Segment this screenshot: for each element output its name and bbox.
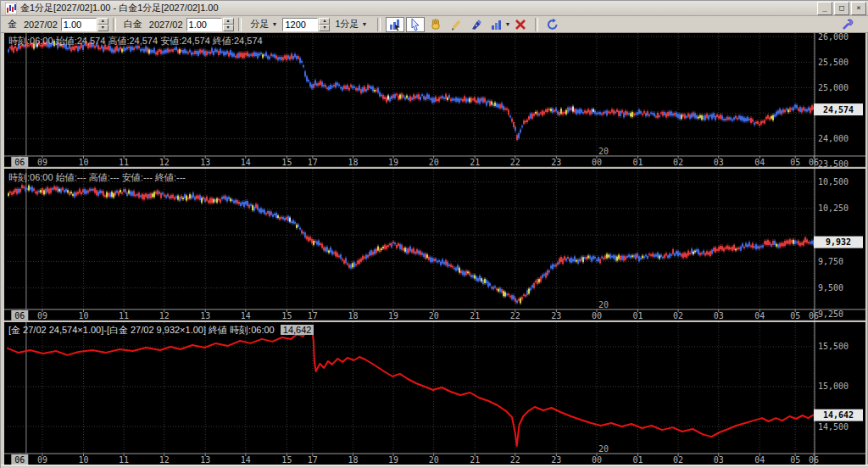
candle-body — [225, 52, 226, 55]
minimize-button[interactable]: _ — [817, 2, 832, 15]
candle-body — [81, 192, 82, 194]
candle-body — [643, 256, 645, 258]
gold-multiplier-up-button[interactable]: ▴ — [97, 18, 108, 25]
candle-body — [726, 117, 728, 120]
platinum-multiplier-down-button[interactable]: ▾ — [223, 25, 234, 31]
candle-body — [338, 84, 340, 86]
candle-body — [367, 85, 369, 90]
candle-body — [442, 259, 443, 264]
candle-body — [430, 98, 431, 100]
candle-body — [555, 109, 557, 112]
candle-body — [318, 241, 320, 246]
candle-body — [333, 252, 335, 254]
candle-body — [472, 98, 474, 100]
candle-body — [106, 192, 108, 198]
chart-type-dropdown-arrow[interactable]: ▼ — [505, 21, 511, 27]
close-button[interactable]: × — [851, 2, 866, 15]
candle-body — [460, 270, 462, 273]
chart-canvas[interactable]: 26,00025,50025,00024,00023,5000609101112… — [4, 33, 865, 465]
candle-body — [337, 82, 338, 85]
platinum-contract-label: 2027/02 — [149, 20, 183, 30]
candle-body — [11, 192, 13, 195]
candle-body — [260, 208, 262, 213]
axis-label: 9,250 — [818, 309, 843, 319]
candle-body — [772, 241, 774, 245]
candle-body — [209, 198, 211, 203]
candle-body — [430, 257, 431, 262]
candle-body — [735, 116, 737, 119]
bar-count-input[interactable] — [282, 18, 318, 31]
interval-dropdown[interactable]: 1分足 ▼ — [331, 17, 370, 31]
candle-body — [803, 107, 804, 110]
candle-body — [159, 49, 160, 52]
candle-body — [720, 246, 721, 249]
hand-icon — [429, 18, 442, 31]
maximize-button[interactable]: □ — [834, 2, 849, 15]
candle-body — [238, 53, 240, 58]
candle-body — [142, 49, 143, 51]
candle-body — [616, 109, 618, 112]
pencil-tool-button[interactable] — [447, 17, 465, 32]
candle-body — [640, 111, 642, 114]
candle-body — [394, 242, 396, 244]
candle-body — [582, 112, 584, 114]
candle-body — [177, 196, 179, 200]
axis-label: 06 — [809, 311, 819, 320]
candle-body — [598, 257, 599, 261]
candle-body — [555, 265, 557, 267]
settings-wrench-button[interactable] — [840, 18, 854, 33]
platinum-multiplier-up-button[interactable]: ▴ — [223, 18, 234, 25]
candle-body — [769, 117, 771, 120]
candle-body — [43, 190, 45, 194]
delete-tool-button[interactable] — [511, 17, 530, 32]
candle-body — [352, 263, 353, 267]
candle-body — [660, 112, 662, 114]
candle-body — [345, 86, 347, 89]
bar-count-up-button[interactable]: ▴ — [319, 18, 330, 25]
candle-body — [77, 192, 79, 194]
gold-multiplier-down-button[interactable]: ▾ — [97, 25, 108, 31]
candle-body — [340, 87, 342, 89]
candle-body — [687, 114, 689, 117]
gold-multiplier-input[interactable] — [61, 18, 97, 31]
candle-body — [337, 253, 338, 257]
chart-cursor-tool-button[interactable] — [386, 17, 404, 32]
candle-body — [152, 193, 153, 197]
candle-body — [94, 188, 96, 193]
candle-body — [621, 256, 623, 260]
candle-body — [236, 200, 238, 203]
candle-body — [752, 120, 754, 122]
candle-body — [26, 188, 28, 190]
candle-body — [164, 50, 165, 53]
pen-tool-button[interactable] — [467, 17, 486, 32]
candle-body — [396, 245, 398, 248]
candle-body — [440, 97, 442, 98]
candle-body — [164, 195, 165, 197]
charts-area[interactable]: 26,00025,50025,00024,00023,5000609101112… — [4, 33, 865, 465]
candle-body — [486, 102, 487, 106]
candle-body — [145, 193, 147, 197]
bar-count-down-button[interactable]: ▾ — [319, 25, 330, 31]
bar-type-dropdown[interactable]: 分足 ▼ — [248, 17, 281, 31]
platinum-multiplier-input[interactable] — [186, 18, 222, 31]
candle-body — [587, 109, 589, 113]
candle-body — [38, 191, 40, 192]
candle-body — [750, 118, 752, 123]
candle-body — [793, 240, 794, 244]
candle-body — [248, 54, 250, 57]
candle-body — [593, 109, 594, 112]
candle-body — [440, 262, 442, 265]
candle-body — [198, 196, 199, 199]
chart-type-tool-button[interactable] — [487, 17, 506, 32]
toolbar-separator — [377, 18, 381, 31]
candle-body — [589, 110, 591, 114]
candle-body — [35, 192, 36, 193]
candle-body — [64, 190, 65, 192]
candle-body — [196, 51, 198, 54]
pan-tool-button[interactable] — [426, 17, 445, 32]
select-tool-button[interactable] — [406, 17, 425, 32]
candle-body — [786, 109, 787, 110]
candle-body — [220, 199, 221, 203]
refresh-tool-button[interactable] — [543, 17, 562, 32]
candle-body — [113, 49, 114, 53]
